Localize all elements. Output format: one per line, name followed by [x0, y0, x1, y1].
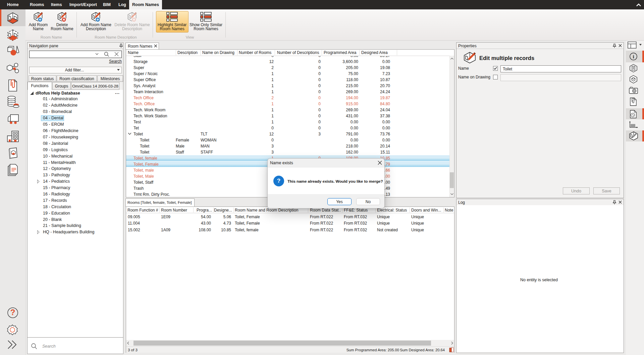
svg-text:?: ? — [10, 308, 15, 317]
svg-text:i: i — [633, 54, 634, 59]
